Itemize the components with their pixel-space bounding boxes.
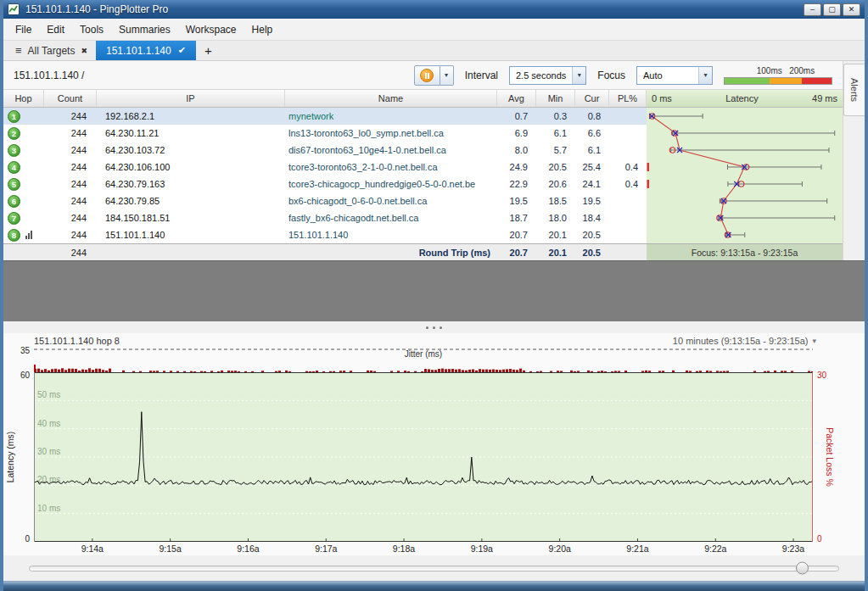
pane-splitter-handle[interactable] xyxy=(3,321,865,333)
x-axis-tick-label: 9:15a xyxy=(159,544,181,554)
maximize-button[interactable]: ▢ xyxy=(823,3,841,16)
jitter-graph[interactable]: Jitter (ms) xyxy=(34,348,813,372)
hop-ip: 64.230.106.100 xyxy=(97,159,285,176)
hop-number-badge: 2 xyxy=(8,127,20,140)
column-header-count[interactable]: Count xyxy=(44,90,97,107)
hop-packet-loss: 0.4 xyxy=(609,176,647,192)
menu-item-workspace[interactable]: Workspace xyxy=(178,20,244,39)
hop-cell: 3 xyxy=(3,142,44,159)
x-axis-tick-label: 9:16a xyxy=(237,544,259,554)
scrollbar-thumb[interactable] xyxy=(796,562,809,575)
close-tab-icon[interactable]: ✖ xyxy=(81,47,87,55)
empty-pane xyxy=(3,260,865,321)
hop-cell: 8 xyxy=(3,226,44,243)
summary-min: 20.1 xyxy=(536,244,575,260)
column-header-ip[interactable]: IP xyxy=(97,90,285,107)
column-header-min[interactable]: Min xyxy=(536,90,575,107)
hop-min: 20.5 xyxy=(536,159,575,176)
column-header-pl[interactable]: PL% xyxy=(609,90,647,107)
window-bottom-frame xyxy=(3,581,865,591)
hop-count: 244 xyxy=(44,159,97,176)
focus-select[interactable]: Auto ▾ xyxy=(636,66,713,85)
pingplotter-logo-icon xyxy=(9,5,18,14)
hop-count: 244 xyxy=(44,142,97,159)
svg-text:40 ms: 40 ms xyxy=(37,419,60,428)
column-header-avg[interactable]: Avg xyxy=(497,90,536,107)
hop-cell: 1 xyxy=(3,108,44,125)
latency-axis-title: Latency (ms) xyxy=(5,432,15,483)
focus-label: Focus xyxy=(597,70,625,81)
x-axis-tick-label: 9:22a xyxy=(704,544,726,554)
menu-item-edit[interactable]: Edit xyxy=(39,20,72,39)
latency-time-graph[interactable]: 50 ms40 ms30 ms20 ms10 ms xyxy=(34,372,813,542)
menu-item-help[interactable]: Help xyxy=(244,20,281,39)
svg-text:30 ms: 30 ms xyxy=(37,447,60,456)
hop-packet-loss xyxy=(609,209,647,226)
menu-item-summaries[interactable]: Summaries xyxy=(111,20,178,39)
hop-name: lns13-toronto63_lo0_symp.net.bell.ca xyxy=(285,125,497,142)
hop-packet-loss xyxy=(609,108,647,125)
hop-min: 6.1 xyxy=(536,125,575,142)
hop-cell: 4 xyxy=(3,159,44,176)
timeline-scrollbar[interactable] xyxy=(3,555,865,581)
menu-item-tools[interactable]: Tools xyxy=(72,20,111,39)
app-window: 151.101.1.140 - PingPlotter Pro – ▢ ✕ Fi… xyxy=(0,0,868,591)
chevron-down-icon: ▾ xyxy=(698,67,712,84)
x-axis-tick-label: 9:14a xyxy=(81,544,104,554)
hop-cur: 20.5 xyxy=(575,226,609,243)
hop-packet-loss xyxy=(609,226,647,243)
alerts-sidebar-tab[interactable]: Alerts xyxy=(843,64,865,116)
svg-text:50 ms: 50 ms xyxy=(37,390,60,399)
hamburger-icon: ≡ xyxy=(15,44,22,57)
timeline-title: 151.101.1.140 hop 8 xyxy=(34,336,120,346)
hop-ip: 184.150.181.51 xyxy=(97,209,285,226)
hop-number-badge: 6 xyxy=(8,195,20,208)
jitter-graph-canvas xyxy=(34,348,813,372)
legend-gradient-bar xyxy=(724,77,832,85)
hop-cell: 6 xyxy=(3,192,44,209)
column-header-cur[interactable]: Cur xyxy=(575,90,609,107)
close-button[interactable]: ✕ xyxy=(843,3,860,16)
hop-packet-loss xyxy=(609,192,647,209)
interval-value: 2.5 seconds xyxy=(510,70,572,81)
tab-target[interactable]: 151.101.1.140 ✔ xyxy=(96,41,196,60)
scrollbar-track[interactable] xyxy=(29,566,839,571)
graph-scale-min: 0 ms xyxy=(652,93,672,103)
column-header-name[interactable]: Name xyxy=(285,90,497,107)
hop-avg: 8.0 xyxy=(497,142,536,159)
hop-number-badge: 4 xyxy=(8,161,20,174)
hop-number-badge: 5 xyxy=(8,178,20,191)
minimize-button[interactable]: – xyxy=(804,3,821,16)
menu-item-file[interactable]: File xyxy=(8,20,39,39)
bar-chart-icon xyxy=(25,231,32,239)
pause-dropdown-button[interactable]: ▾ xyxy=(440,65,454,86)
timeline-range-dropdown[interactable]: 10 minutes (9:13:15a - 9:23:15a) ▾ xyxy=(673,336,816,346)
hop-cur: 18.4 xyxy=(575,209,609,226)
new-tab-button[interactable]: + xyxy=(196,41,221,60)
target-toolbar: 151.101.1.140 / ▾ Interval 2.5 seconds ▾… xyxy=(3,61,843,90)
hop-name: fastly_bx6-chicagodt.net.bell.ca xyxy=(285,209,497,226)
packet-loss-axis-max: 30 xyxy=(817,371,826,380)
hop-count: 244 xyxy=(44,125,97,142)
x-axis-tick-label: 9:19a xyxy=(471,544,493,554)
hop-cur: 19.5 xyxy=(575,192,609,209)
right-rail: Alerts xyxy=(843,61,865,260)
tab-all-targets[interactable]: ≡ All Targets ✖ xyxy=(7,41,96,60)
pause-button[interactable] xyxy=(414,65,440,86)
timeline-panel: 151.101.1.140 hop 8 10 minutes (9:13:15a… xyxy=(3,333,865,555)
column-header-latency-graph[interactable]: 0 ms Latency 49 ms xyxy=(647,90,843,107)
hop-avg: 19.5 xyxy=(497,192,536,209)
hop-count: 244 xyxy=(44,209,97,226)
window-title: 151.101.1.140 - PingPlotter Pro xyxy=(24,3,799,15)
hop-min: 18.5 xyxy=(536,192,575,209)
hop-ip: 64.230.11.21 xyxy=(97,125,285,142)
interval-select[interactable]: 2.5 seconds ▾ xyxy=(509,66,586,85)
hop-ip: 64.230.79.163 xyxy=(97,176,285,192)
hop-cur: 24.1 xyxy=(575,176,609,192)
hop-count: 244 xyxy=(44,108,97,125)
packet-loss-axis-title: Packet Loss % xyxy=(825,427,835,486)
x-axis-tick-label: 9:21a xyxy=(626,544,648,554)
summary-count: 244 xyxy=(44,244,97,260)
trace-graph[interactable] xyxy=(647,108,843,243)
column-header-hop[interactable]: Hop xyxy=(3,90,44,107)
